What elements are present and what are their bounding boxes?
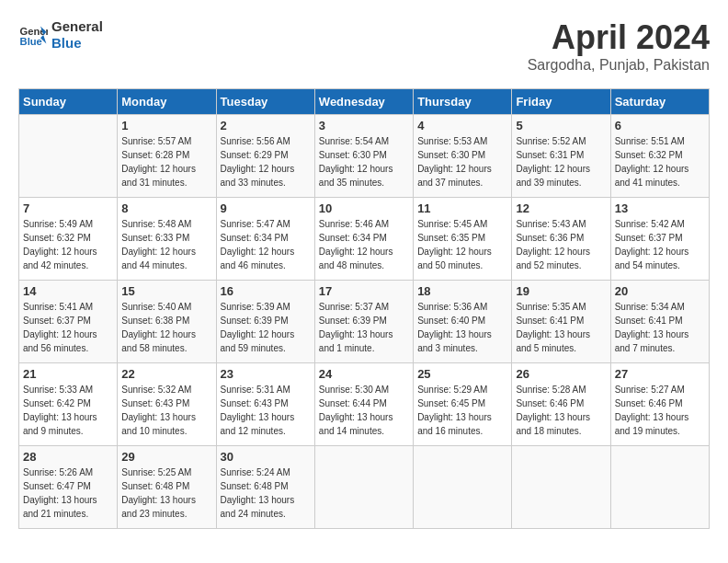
day-info: Sunrise: 5:26 AM Sunset: 6:47 PM Dayligh… xyxy=(23,465,113,521)
month-title: April 2024 xyxy=(528,18,710,57)
calendar-cell: 10Sunrise: 5:46 AM Sunset: 6:34 PM Dayli… xyxy=(314,198,413,281)
day-info: Sunrise: 5:36 AM Sunset: 6:40 PM Dayligh… xyxy=(417,300,507,355)
calendar-week-4: 21Sunrise: 5:33 AM Sunset: 6:42 PM Dayli… xyxy=(19,363,710,446)
day-info: Sunrise: 5:35 AM Sunset: 6:41 PM Dayligh… xyxy=(516,300,606,355)
logo: General Blue General Blue xyxy=(18,18,103,52)
day-number: 7 xyxy=(23,201,113,215)
day-info: Sunrise: 5:54 AM Sunset: 6:30 PM Dayligh… xyxy=(319,134,409,190)
day-info: Sunrise: 5:40 AM Sunset: 6:38 PM Dayligh… xyxy=(121,300,211,355)
day-info: Sunrise: 5:45 AM Sunset: 6:35 PM Dayligh… xyxy=(417,217,507,272)
weekday-header-thursday: Thursday xyxy=(414,89,512,115)
title-area: April 2024 Sargodha, Punjab, Pakistan xyxy=(528,18,710,74)
calendar-cell: 8Sunrise: 5:48 AM Sunset: 6:33 PM Daylig… xyxy=(118,198,216,281)
calendar-cell: 9Sunrise: 5:47 AM Sunset: 6:34 PM Daylig… xyxy=(216,198,314,281)
day-info: Sunrise: 5:47 AM Sunset: 6:34 PM Dayligh… xyxy=(221,217,311,272)
calendar-cell xyxy=(610,446,709,529)
calendar-week-3: 14Sunrise: 5:41 AM Sunset: 6:37 PM Dayli… xyxy=(19,281,710,363)
day-number: 4 xyxy=(417,119,507,132)
calendar-cell: 19Sunrise: 5:35 AM Sunset: 6:41 PM Dayli… xyxy=(512,281,610,363)
day-number: 16 xyxy=(221,284,311,298)
calendar-cell: 6Sunrise: 5:51 AM Sunset: 6:32 PM Daylig… xyxy=(610,115,709,198)
calendar-week-5: 28Sunrise: 5:26 AM Sunset: 6:47 PM Dayli… xyxy=(19,446,710,529)
logo-icon: General Blue xyxy=(18,20,48,50)
calendar-cell: 23Sunrise: 5:31 AM Sunset: 6:43 PM Dayli… xyxy=(216,363,314,446)
day-number: 14 xyxy=(23,284,113,298)
calendar-cell: 11Sunrise: 5:45 AM Sunset: 6:35 PM Dayli… xyxy=(414,198,512,281)
calendar-table: SundayMondayTuesdayWednesdayThursdayFrid… xyxy=(18,88,710,529)
day-number: 24 xyxy=(319,367,409,381)
weekday-header-wednesday: Wednesday xyxy=(314,89,413,115)
day-info: Sunrise: 5:39 AM Sunset: 6:39 PM Dayligh… xyxy=(221,300,311,355)
day-number: 26 xyxy=(516,367,606,381)
calendar-cell: 21Sunrise: 5:33 AM Sunset: 6:42 PM Dayli… xyxy=(19,363,118,446)
calendar-cell: 20Sunrise: 5:34 AM Sunset: 6:41 PM Dayli… xyxy=(610,281,709,363)
calendar-cell: 18Sunrise: 5:36 AM Sunset: 6:40 PM Dayli… xyxy=(414,281,512,363)
day-number: 2 xyxy=(221,119,311,132)
calendar-cell: 24Sunrise: 5:30 AM Sunset: 6:44 PM Dayli… xyxy=(314,363,413,446)
weekday-header-friday: Friday xyxy=(512,89,610,115)
calendar-body: 1Sunrise: 5:57 AM Sunset: 6:28 PM Daylig… xyxy=(19,115,710,529)
day-info: Sunrise: 5:57 AM Sunset: 6:28 PM Dayligh… xyxy=(121,134,211,190)
calendar-cell: 28Sunrise: 5:26 AM Sunset: 6:47 PM Dayli… xyxy=(19,446,118,529)
day-info: Sunrise: 5:42 AM Sunset: 6:37 PM Dayligh… xyxy=(615,217,705,272)
day-info: Sunrise: 5:34 AM Sunset: 6:41 PM Dayligh… xyxy=(615,300,705,355)
day-number: 20 xyxy=(615,284,705,298)
calendar-cell: 3Sunrise: 5:54 AM Sunset: 6:30 PM Daylig… xyxy=(314,115,413,198)
calendar-cell: 4Sunrise: 5:53 AM Sunset: 6:30 PM Daylig… xyxy=(414,115,512,198)
calendar-cell: 15Sunrise: 5:40 AM Sunset: 6:38 PM Dayli… xyxy=(118,281,216,363)
day-info: Sunrise: 5:46 AM Sunset: 6:34 PM Dayligh… xyxy=(319,217,409,272)
day-number: 8 xyxy=(121,201,211,215)
day-number: 23 xyxy=(221,367,311,381)
calendar-cell xyxy=(19,115,118,198)
calendar-cell: 5Sunrise: 5:52 AM Sunset: 6:31 PM Daylig… xyxy=(512,115,610,198)
calendar-cell: 26Sunrise: 5:28 AM Sunset: 6:46 PM Dayli… xyxy=(512,363,610,446)
day-number: 17 xyxy=(319,284,409,298)
weekday-header-monday: Monday xyxy=(118,89,216,115)
day-info: Sunrise: 5:30 AM Sunset: 6:44 PM Dayligh… xyxy=(319,383,409,438)
day-info: Sunrise: 5:27 AM Sunset: 6:46 PM Dayligh… xyxy=(615,383,705,438)
day-info: Sunrise: 5:28 AM Sunset: 6:46 PM Dayligh… xyxy=(516,383,606,438)
calendar-cell: 2Sunrise: 5:56 AM Sunset: 6:29 PM Daylig… xyxy=(216,115,314,198)
day-number: 29 xyxy=(121,450,211,464)
day-info: Sunrise: 5:51 AM Sunset: 6:32 PM Dayligh… xyxy=(615,134,705,190)
calendar-cell: 14Sunrise: 5:41 AM Sunset: 6:37 PM Dayli… xyxy=(19,281,118,363)
day-info: Sunrise: 5:32 AM Sunset: 6:43 PM Dayligh… xyxy=(121,383,211,438)
weekday-header-row: SundayMondayTuesdayWednesdayThursdayFrid… xyxy=(19,89,710,115)
day-info: Sunrise: 5:25 AM Sunset: 6:48 PM Dayligh… xyxy=(121,465,211,521)
day-info: Sunrise: 5:24 AM Sunset: 6:48 PM Dayligh… xyxy=(221,465,311,521)
calendar-cell: 22Sunrise: 5:32 AM Sunset: 6:43 PM Dayli… xyxy=(118,363,216,446)
calendar-cell: 29Sunrise: 5:25 AM Sunset: 6:48 PM Dayli… xyxy=(118,446,216,529)
day-info: Sunrise: 5:33 AM Sunset: 6:42 PM Dayligh… xyxy=(23,383,113,438)
calendar-cell xyxy=(314,446,413,529)
day-number: 22 xyxy=(121,367,211,381)
logo-general: General xyxy=(51,18,103,35)
day-number: 18 xyxy=(417,284,507,298)
calendar-cell: 7Sunrise: 5:49 AM Sunset: 6:32 PM Daylig… xyxy=(19,198,118,281)
day-number: 9 xyxy=(221,201,311,215)
day-number: 13 xyxy=(615,201,705,215)
calendar-week-1: 1Sunrise: 5:57 AM Sunset: 6:28 PM Daylig… xyxy=(19,115,710,198)
day-number: 30 xyxy=(221,450,311,464)
day-info: Sunrise: 5:49 AM Sunset: 6:32 PM Dayligh… xyxy=(23,217,113,272)
calendar-cell: 30Sunrise: 5:24 AM Sunset: 6:48 PM Dayli… xyxy=(216,446,314,529)
calendar-cell: 16Sunrise: 5:39 AM Sunset: 6:39 PM Dayli… xyxy=(216,281,314,363)
calendar-cell xyxy=(414,446,512,529)
calendar-cell xyxy=(512,446,610,529)
day-number: 25 xyxy=(417,367,507,381)
calendar-cell: 17Sunrise: 5:37 AM Sunset: 6:39 PM Dayli… xyxy=(314,281,413,363)
weekday-header-tuesday: Tuesday xyxy=(216,89,314,115)
day-number: 3 xyxy=(319,119,409,132)
day-info: Sunrise: 5:52 AM Sunset: 6:31 PM Dayligh… xyxy=(516,134,606,190)
calendar-cell: 13Sunrise: 5:42 AM Sunset: 6:37 PM Dayli… xyxy=(610,198,709,281)
weekday-header-sunday: Sunday xyxy=(19,89,118,115)
day-info: Sunrise: 5:31 AM Sunset: 6:43 PM Dayligh… xyxy=(221,383,311,438)
day-number: 6 xyxy=(615,119,705,132)
day-info: Sunrise: 5:43 AM Sunset: 6:36 PM Dayligh… xyxy=(516,217,606,272)
calendar-cell: 27Sunrise: 5:27 AM Sunset: 6:46 PM Dayli… xyxy=(610,363,709,446)
day-number: 15 xyxy=(121,284,211,298)
location-title: Sargodha, Punjab, Pakistan xyxy=(528,57,710,74)
day-number: 12 xyxy=(516,201,606,215)
day-number: 21 xyxy=(23,367,113,381)
day-number: 28 xyxy=(23,450,113,464)
calendar-cell: 1Sunrise: 5:57 AM Sunset: 6:28 PM Daylig… xyxy=(118,115,216,198)
